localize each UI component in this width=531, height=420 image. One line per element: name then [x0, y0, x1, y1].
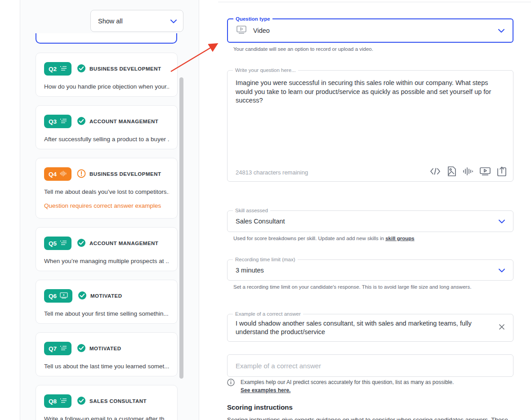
- question-text-value[interactable]: Imagine you were successful in securing …: [228, 71, 513, 113]
- question-category: MOTIVATED: [89, 346, 121, 351]
- question-number: Q3: [49, 118, 57, 125]
- question-filter-value: Show all: [98, 18, 170, 25]
- scoring-instructions-body: Scoring instructions give experts guidan…: [227, 416, 515, 420]
- question-badge: Q4: [44, 167, 71, 181]
- question-number: Q7: [49, 345, 57, 352]
- scoring-instructions-heading: Scoring instructions: [227, 403, 293, 411]
- example-answer-label: Example of a correct answer: [233, 311, 303, 317]
- question-category: MOTIVATED: [90, 293, 122, 299]
- check-icon: [77, 396, 86, 406]
- divider: [218, 2, 531, 2]
- question-card-q6[interactable]: Q6 MOTIVATED Tell me about your first ti…: [36, 280, 178, 324]
- question-list-panel: Show all Q2 BUSINESS DEVELOPMENT How do …: [20, 0, 199, 420]
- question-card-q7[interactable]: Q7 MOTIVATED Tell us about the last time…: [36, 332, 178, 376]
- question-type-label: Question type: [233, 16, 272, 22]
- question-preview: After successfully selling a product to …: [44, 135, 169, 143]
- example-answer-field-1[interactable]: Example of a correct answer I would shad…: [227, 314, 513, 342]
- question-card-q8[interactable]: Q8 SALES CONSULTANT Write a follow-up em…: [36, 385, 178, 420]
- skill-assessed-select[interactable]: Skill assessed Sales Consultant: [227, 210, 513, 232]
- examples-note: Examples help our AI predict scores accu…: [227, 379, 454, 394]
- skill-helper-text: Used for score breakdowns per skill. Upd…: [233, 236, 385, 241]
- question-card-q4[interactable]: Q4 BUSINESS DEVELOPMENT Tell me about de…: [36, 158, 178, 219]
- question-badge: Q8: [44, 394, 71, 408]
- example-answer-value[interactable]: I would shadow another sales consultant,…: [236, 319, 492, 336]
- skill-assessed-value: Sales Consultant: [236, 218, 492, 225]
- question-type-helper: Your candidate will see an option to rec…: [233, 46, 373, 52]
- question-text-label: Write your question here...: [233, 67, 298, 73]
- check-icon: [78, 291, 87, 301]
- question-number: Q6: [49, 293, 57, 299]
- list-scrollbar[interactable]: [179, 77, 183, 379]
- question-category: BUSINESS DEVELOPMENT: [89, 66, 161, 71]
- question-category: BUSINESS DEVELOPMENT: [89, 171, 161, 177]
- question-card-q3[interactable]: Q3 ACCOUNT MANAGEMENT After successfully…: [36, 105, 178, 149]
- list-icon: [60, 345, 67, 352]
- chevron-down-icon: [499, 217, 505, 225]
- chevron-down-icon: [499, 266, 505, 274]
- example-answer-field-2[interactable]: [227, 354, 513, 377]
- question-badge: Q3: [44, 115, 71, 128]
- video-icon: [60, 292, 68, 300]
- question-badge: Q5: [44, 237, 71, 250]
- question-preview: Tell us about the last time you learned …: [44, 362, 169, 371]
- skill-groups-link[interactable]: skill groups: [385, 236, 415, 241]
- editor-toolbar: [429, 166, 507, 177]
- question-badge: Q2: [44, 62, 71, 76]
- video-icon: [236, 25, 247, 36]
- question-preview: Write a follow-up email to a customer af…: [44, 415, 169, 420]
- example-answer-input[interactable]: [228, 355, 513, 376]
- question-card-q2[interactable]: Q2 BUSINESS DEVELOPMENT How do you handl…: [36, 53, 178, 97]
- skill-assessed-label: Skill assessed: [233, 207, 270, 214]
- question-category: ACCOUNT MANAGEMENT: [89, 119, 158, 124]
- question-number: Q8: [49, 398, 57, 405]
- question-filter-select[interactable]: Show all: [90, 10, 183, 32]
- list-icon: [60, 118, 67, 125]
- question-preview: Tell me about your first time selling so…: [44, 310, 169, 318]
- question-warning-text: Question requires correct answer example…: [44, 202, 169, 209]
- recording-time-value: 3 minutes: [236, 267, 492, 274]
- question-type-value: Video: [253, 27, 492, 34]
- question-badge: Q7: [44, 342, 71, 355]
- chevron-down-icon: [170, 17, 177, 25]
- recording-time-helper: Set a recording time limit on your candi…: [233, 284, 471, 290]
- check-icon: [77, 64, 86, 74]
- check-icon: [77, 238, 86, 248]
- recording-time-select[interactable]: Recording time limit (max) 3 minutes: [227, 259, 513, 281]
- question-number: Q2: [49, 66, 57, 72]
- question-preview: Tell me about deals you’ve lost to compe…: [44, 188, 169, 196]
- skill-assessed-helper: Used for score breakdowns per skill. Upd…: [233, 236, 415, 241]
- image-icon[interactable]: [447, 166, 457, 177]
- question-type-select[interactable]: Question type Video: [227, 18, 513, 43]
- chevron-down-icon: [498, 27, 504, 35]
- question-preview: When you’re managing multiple prospects …: [44, 257, 169, 265]
- recording-time-label: Recording time limit (max): [233, 256, 298, 263]
- question-preview: How do you handle price objection when y…: [44, 83, 169, 91]
- check-icon: [77, 344, 86, 353]
- see-examples-link[interactable]: See examples here.: [241, 387, 290, 394]
- examples-note-text: Examples help our AI predict scores accu…: [241, 379, 454, 386]
- question-number: Q4: [49, 171, 57, 178]
- video-icon[interactable]: [479, 167, 491, 176]
- info-icon: [227, 379, 235, 394]
- list-icon: [60, 240, 67, 247]
- close-icon[interactable]: [499, 324, 505, 332]
- question-editor-panel: Question type Video Your candidate will …: [200, 0, 531, 420]
- warning-icon: [77, 169, 86, 179]
- question-category: ACCOUNT MANAGEMENT: [89, 241, 158, 246]
- waveform-icon: [60, 170, 67, 178]
- waveform-icon[interactable]: [463, 167, 473, 176]
- list-icon: [60, 66, 67, 72]
- question-card-q5[interactable]: Q5 ACCOUNT MANAGEMENT When you’re managi…: [36, 227, 178, 271]
- code-icon[interactable]: [429, 167, 441, 175]
- question-text-area[interactable]: Write your question here... Imagine you …: [227, 70, 513, 182]
- upload-icon[interactable]: [497, 166, 507, 177]
- question-badge: Q6: [44, 289, 72, 303]
- question-category: SALES CONSULTANT: [89, 398, 147, 404]
- check-icon: [77, 116, 86, 126]
- characters-remaining: 24813 characters remaining: [236, 169, 308, 176]
- list-icon: [60, 398, 67, 405]
- question-number: Q5: [49, 240, 57, 247]
